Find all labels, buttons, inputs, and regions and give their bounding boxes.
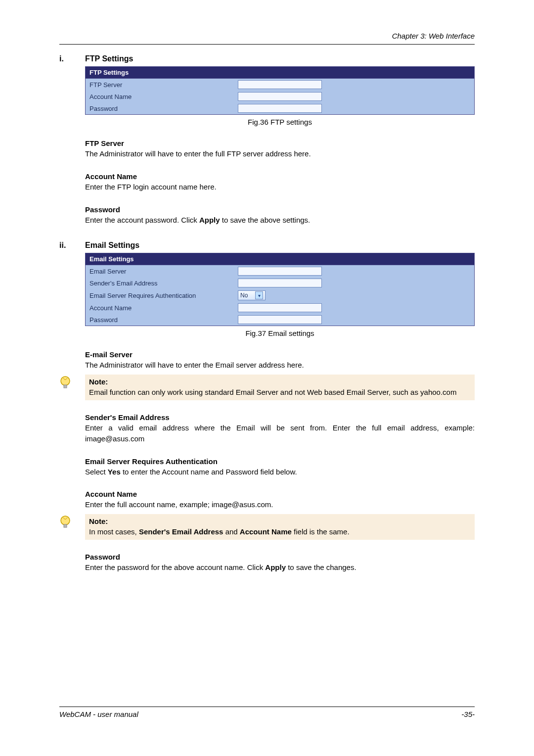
- svg-point-0: [61, 377, 70, 385]
- password-text: Enter the password for the above account…: [85, 562, 475, 573]
- footer-right: -35-: [461, 710, 475, 718]
- sec2-num: ii.: [59, 241, 85, 250]
- lightbulb-icon: [59, 376, 71, 391]
- ftp-password-text-a: Enter the account password. Click: [85, 216, 199, 224]
- ftp-settings-box: FTP Settings FTP Server Account Name Pas…: [85, 66, 475, 115]
- email-settings-header: Email Settings: [86, 253, 474, 265]
- lightbulb-icon: [59, 515, 71, 531]
- email-password-input[interactable]: [238, 315, 322, 324]
- password-text-a: Enter the password for the above account…: [85, 563, 265, 571]
- note1-label: Note:: [89, 378, 108, 386]
- ftp-server-text: The Administrator will have to enter the…: [85, 148, 475, 159]
- ftp-account-label: Account Name: [89, 93, 238, 100]
- email-account-label: Account Name: [89, 304, 238, 312]
- ftp-password-text-b: to save the above settings.: [220, 216, 311, 224]
- sender-text: Enter a valid email address where the Em…: [85, 423, 475, 444]
- ftp-password-heading: Password: [85, 205, 475, 214]
- auth-text: Select Yes to enter the Account name and…: [85, 467, 475, 477]
- email-auth-select[interactable]: No ▾: [238, 290, 266, 300]
- apply-bold-1: Apply: [199, 216, 220, 224]
- email-server-label: Email Server: [89, 268, 238, 275]
- email-server-heading: E-mail Server: [85, 350, 475, 359]
- email-password-label: Password: [89, 316, 238, 324]
- ftp-account-heading: Account Name: [85, 172, 475, 181]
- note2-b1: Sender's Email Address: [139, 527, 223, 536]
- ftp-password-input[interactable]: [238, 104, 322, 113]
- note-block-2: Note: In most cases, Sender's Email Addr…: [85, 514, 475, 540]
- ftp-account-input[interactable]: [238, 92, 322, 101]
- svg-rect-1: [64, 385, 67, 388]
- sender-address-input[interactable]: [238, 279, 322, 287]
- email-server-text: The Administrator will have to enter the…: [85, 360, 475, 371]
- fig37-caption: Fig.37 Email settings: [85, 329, 475, 337]
- email-auth-select-value: No: [240, 292, 248, 299]
- ftp-password-label: Password: [89, 105, 238, 112]
- email-auth-label: Email Server Requires Authentication: [89, 292, 238, 299]
- account-text: Enter the full account name, example; im…: [85, 499, 475, 510]
- footer-left: WebCAM - user manual: [59, 710, 138, 718]
- note2-b2: Account Name: [240, 527, 292, 536]
- account-heading: Account Name: [85, 490, 475, 498]
- fig36-caption: Fig.36 FTP settings: [85, 118, 475, 126]
- email-settings-box: Email Settings Email Server Sender's Ema…: [85, 253, 475, 326]
- chapter-header: Chapter 3: Web Interface: [59, 32, 475, 45]
- auth-text-b: to enter the Account name and Password f…: [121, 468, 297, 476]
- ftp-password-text: Enter the account password. Click Apply …: [85, 215, 475, 226]
- note2-mid: and: [223, 527, 239, 536]
- password-text-b: to save the changes.: [286, 563, 356, 571]
- sender-address-label: Sender's Email Address: [89, 280, 238, 287]
- note2-a: In most cases,: [89, 527, 139, 536]
- note1-body: Email function can only work using stand…: [89, 388, 456, 396]
- svg-rect-3: [64, 524, 67, 527]
- sec1-num: i.: [59, 54, 85, 63]
- sender-heading: Sender's Email Address: [85, 413, 475, 422]
- sec1-title: FTP Settings: [85, 54, 134, 63]
- auth-text-a: Select: [85, 468, 108, 476]
- yes-bold: Yes: [108, 468, 121, 476]
- svg-point-2: [61, 516, 70, 525]
- sec2-title: Email Settings: [85, 241, 139, 250]
- ftp-server-input[interactable]: [238, 80, 322, 89]
- ftp-server-label: FTP Server: [89, 81, 238, 89]
- email-server-input[interactable]: [238, 267, 322, 276]
- auth-heading: Email Server Requires Authentication: [85, 457, 475, 466]
- email-account-input[interactable]: [238, 303, 322, 312]
- note-block-1: Note: Email function can only work using…: [85, 375, 475, 400]
- note2-c: field is the same.: [292, 527, 350, 536]
- password-heading: Password: [85, 553, 475, 561]
- ftp-account-text: Enter the FTP login account name here.: [85, 182, 475, 192]
- ftp-settings-header: FTP Settings: [86, 67, 474, 79]
- note2-label: Note:: [89, 517, 108, 525]
- apply-bold-2: Apply: [265, 563, 286, 571]
- chevron-down-icon: ▾: [255, 291, 263, 299]
- ftp-server-heading: FTP Server: [85, 139, 475, 147]
